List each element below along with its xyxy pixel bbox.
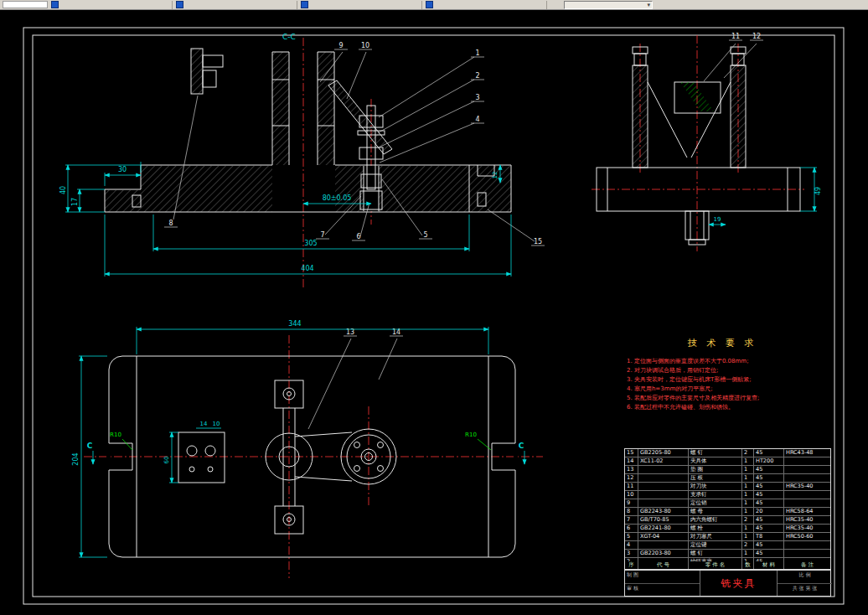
bom-header-cell: 备 注 [784, 561, 830, 569]
part-label-3: 3 [475, 94, 479, 101]
radius-r10-right: R10 [465, 432, 477, 438]
technical-requirement-line: 1. 定位面与侧面的垂直度误差不大于0.08mm; [627, 357, 818, 366]
technical-requirement-line: 3. 夹具安装时，定位键应与机床T形槽一侧贴紧; [627, 375, 818, 385]
technical-requirements: 技 术 要 求 1. 定位面与侧面的垂直度误差不大于0.08mm;2. 对刀块调… [627, 337, 818, 412]
bom-cell-note: HRC35-40 [784, 516, 830, 524]
bom-cell-no: 9 [625, 499, 638, 507]
bom-cell-no: 14 [625, 457, 638, 465]
bom-cell-no: 7 [625, 516, 638, 524]
bom-cell-name: 夹具体 [689, 457, 742, 465]
bom-cell-qty: 1 [742, 466, 754, 473]
bom-cell-code: XGT-04 [638, 533, 689, 540]
title-block: 制 图审 核 铣夹具 比 例共 张 第 张 [624, 570, 831, 597]
bom-cell-material: 45 [754, 550, 784, 557]
side-view-geometry [597, 47, 800, 245]
bom-cell-note [784, 550, 830, 557]
bom-cell-name: 螺 钉 [689, 449, 742, 457]
bom-row: 8 GB2243-80 螺 母 1 20 HRC58-64 [625, 508, 830, 516]
bom-row: 9 定位销 1 45 [625, 499, 830, 508]
bom-cell-code [638, 466, 689, 473]
bom-cell-note: HRC35-40 [784, 525, 830, 532]
bom-row: 15 GB2205-80 螺 钉 2 45 HRC43-48 [625, 449, 830, 457]
dim-49: 49 [814, 187, 822, 195]
bom-cell-material: 20 [754, 508, 784, 515]
radius-r10-left: R10 [110, 432, 121, 438]
dim-19: 19 [714, 216, 721, 223]
document-icon [176, 1, 183, 8]
chevron-down-icon: ▾ [647, 2, 650, 8]
bom-cell-qty: 1 [742, 550, 754, 557]
bom-cell-qty: 1 [742, 508, 754, 515]
bom-cell-material: 45 [754, 499, 784, 507]
bom-cell-qty: 1 [742, 483, 754, 490]
bom-header-cell: 材 料 [754, 561, 784, 569]
bom-cell-code: GB2205-80 [638, 449, 689, 457]
part-label-11: 11 [731, 33, 740, 40]
bom-cell-no: 15 [625, 449, 638, 457]
bom-cell-material: HT200 [754, 457, 784, 465]
bom-cell-code [638, 474, 689, 482]
bom-cell-material: 45 [754, 491, 784, 499]
bom-cell-no: 3 [625, 550, 638, 557]
part-label-15: 15 [534, 238, 542, 245]
dim-12: 12 [492, 172, 499, 179]
title-block-left-label: 制 图 [625, 571, 700, 584]
cad-application-window: ▾ [0, 0, 868, 615]
part-label-7: 7 [320, 231, 324, 239]
bom-cell-qty: 2 [742, 516, 754, 524]
bom-row: 13 垫 圈 1 45 [625, 466, 830, 474]
part-label-1: 1 [475, 49, 479, 57]
part-label-2: 2 [475, 72, 479, 80]
document-tab-1[interactable] [48, 1, 173, 9]
bom-cell-qty: 2 [742, 541, 754, 549]
technical-requirement-line: 2. 对刀块调试合格后，用销钉定位; [627, 366, 818, 375]
bom-cell-note: HRC43-48 [784, 449, 830, 457]
dim-305: 305 [304, 240, 317, 247]
bom-cell-note [784, 499, 830, 507]
bom-cell-no: 5 [625, 533, 638, 540]
bom-cell-no: 8 [625, 508, 638, 515]
title-block-right-label: 共 张 第 张 [778, 584, 832, 597]
bom-cell-note: HRC35-40 [784, 483, 830, 490]
bom-cell-code: GB2243-80 [638, 508, 689, 515]
bom-cell-note: HRC50-60 [784, 533, 830, 540]
dim-17: 17 [71, 198, 79, 206]
bom-cell-name: 螺 钉 [689, 550, 742, 557]
chrome-field[interactable] [3, 1, 48, 8]
bom-cell-name: 内六角螺钉 [689, 516, 742, 524]
bom-cell-note [784, 491, 830, 499]
technical-requirement-line: 6. 装配过程中不允许磕碰、划伤和锈蚀。 [627, 403, 818, 412]
section-cut-c-left: C [87, 442, 93, 450]
bom-row: 12 压 板 1 45 [625, 474, 830, 483]
bom-row: 5 XGT-04 对刀塞尺 1 T8 HRC50-60 [625, 533, 830, 541]
dim-80: 80±0.05 [323, 194, 352, 202]
dim-40: 40 [59, 186, 67, 194]
drawing-title: 铣夹具 [700, 571, 778, 596]
dim-344: 344 [288, 320, 301, 328]
technical-requirement-line: 5. 装配后应对零件的主要尺寸及相关精度进行复查; [627, 394, 818, 403]
bom-cell-code [638, 483, 689, 490]
document-tab-2[interactable] [173, 1, 297, 9]
bom-cell-name: 对刀塞尺 [689, 533, 742, 540]
part-label-8: 8 [168, 220, 173, 227]
part-label-4: 4 [475, 116, 479, 123]
bom-cell-name: 定位键 [689, 541, 742, 549]
bom-cell-code [638, 541, 689, 549]
bom-cell-name: 垫 圈 [689, 466, 742, 473]
title-block-left-label: 审 核 [625, 584, 700, 597]
bom-cell-no: 4 [625, 541, 638, 549]
style-dropdown[interactable]: ▾ [564, 1, 653, 9]
bom-cell-no: 13 [625, 466, 638, 473]
bom-header-row: 序代 号零 件 名数材 料备 注 [624, 561, 831, 570]
technical-requirement-line: 4. 塞尺用h=3mm的对刀平塞尺; [627, 385, 818, 394]
part-label-6: 6 [356, 233, 360, 240]
dim-10: 10 [213, 421, 220, 427]
bom-cell-code: GB/T70-85 [638, 516, 689, 524]
bom-cell-name: 压 板 [689, 474, 742, 482]
bom-cell-name: 支承钉 [689, 491, 742, 499]
document-tab-4[interactable] [422, 1, 547, 9]
bom-cell-name: 螺 栓 [689, 525, 742, 532]
bom-cell-material: 45 [754, 449, 784, 457]
bom-cell-material: T8 [754, 533, 784, 540]
document-tab-3[interactable] [297, 1, 422, 9]
